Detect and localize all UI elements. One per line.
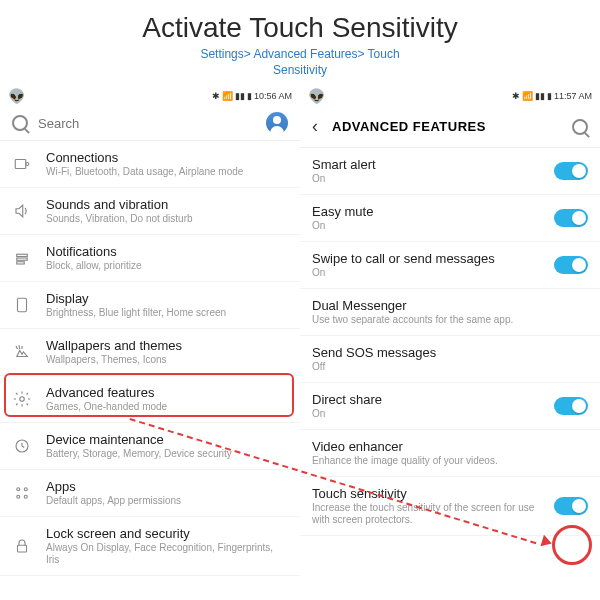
- display-icon: [12, 295, 32, 315]
- signal-icon: ▮▮: [235, 91, 245, 101]
- avatar[interactable]: [266, 112, 288, 134]
- item-connections[interactable]: ConnectionsWi-Fi, Bluetooth, Data usage,…: [0, 141, 300, 188]
- toggle-easy-mute[interactable]: [554, 209, 588, 227]
- item-lock-screen[interactable]: Lock screen and securityAlways On Displa…: [0, 517, 300, 576]
- item-direct-share[interactable]: Direct shareOn: [300, 383, 600, 430]
- item-advanced-features[interactable]: Advanced featuresGames, One-handed mode: [0, 376, 300, 423]
- item-video-enhancer[interactable]: Video enhancerEnhance the image quality …: [300, 430, 600, 477]
- svg-point-1: [26, 163, 29, 166]
- signal-icon: ▮▮: [535, 91, 545, 101]
- item-easy-mute[interactable]: Easy muteOn: [300, 195, 600, 242]
- search-icon[interactable]: [572, 119, 588, 135]
- search-input[interactable]: [38, 116, 256, 131]
- status-bar: 👽 ✱ 📶 ▮▮ ▮ 10:56 AM: [0, 86, 300, 106]
- page-header: Activate Touch Sensitivity Settings> Adv…: [0, 0, 600, 86]
- wallpaper-icon: [12, 342, 32, 362]
- advanced-list: Smart alertOn Easy muteOn Swipe to call …: [300, 148, 600, 536]
- svg-rect-4: [17, 262, 25, 264]
- toggle-direct-share[interactable]: [554, 397, 588, 415]
- advanced-title: ADVANCED FEATURES: [332, 119, 558, 134]
- item-sounds[interactable]: Sounds and vibrationSounds, Vibration, D…: [0, 188, 300, 235]
- sound-icon: [12, 201, 32, 221]
- item-swipe-call[interactable]: Swipe to call or send messagesOn: [300, 242, 600, 289]
- wifi-icon: 📶: [222, 91, 233, 101]
- svg-rect-2: [17, 254, 28, 256]
- lock-icon: [12, 536, 32, 556]
- advanced-icon: [12, 389, 32, 409]
- item-send-sos[interactable]: Send SOS messagesOff: [300, 336, 600, 383]
- item-device-maintenance[interactable]: Device maintenanceBattery, Storage, Memo…: [0, 423, 300, 470]
- item-notifications[interactable]: NotificationsBlock, allow, prioritize: [0, 235, 300, 282]
- connections-icon: [12, 154, 32, 174]
- phone-advanced-features: 👽 ✱ 📶 ▮▮ ▮ 11:57 AM ‹ ADVANCED FEATURES …: [300, 86, 600, 576]
- phone-settings: 👽 ✱ 📶 ▮▮ ▮ 10:56 AM ConnectionsWi-Fi, Bl…: [0, 86, 300, 576]
- bluetooth-icon: ✱: [512, 91, 520, 101]
- svg-rect-12: [18, 545, 27, 552]
- notification-icon: [12, 248, 32, 268]
- battery-icon: ▮: [547, 91, 552, 101]
- item-wallpapers[interactable]: Wallpapers and themesWallpapers, Themes,…: [0, 329, 300, 376]
- search-icon: [12, 115, 28, 131]
- bluetooth-icon: ✱: [212, 91, 220, 101]
- item-smart-alert[interactable]: Smart alertOn: [300, 148, 600, 195]
- svg-rect-5: [18, 298, 27, 312]
- item-display[interactable]: DisplayBrightness, Blue light filter, Ho…: [0, 282, 300, 329]
- svg-point-6: [20, 397, 25, 402]
- wifi-icon: 📶: [522, 91, 533, 101]
- svg-point-10: [17, 495, 20, 498]
- apps-icon: [12, 483, 32, 503]
- reddit-icon: 👽: [8, 88, 25, 104]
- status-time: 10:56 AM: [254, 91, 292, 101]
- settings-list: ConnectionsWi-Fi, Bluetooth, Data usage,…: [0, 141, 300, 576]
- back-icon[interactable]: ‹: [312, 116, 318, 137]
- toggle-touch-sensitivity[interactable]: [554, 497, 588, 515]
- item-dual-messenger[interactable]: Dual MessengerUse two separate accounts …: [300, 289, 600, 336]
- breadcrumb: Settings> Advanced Features> Touch Sensi…: [0, 47, 600, 78]
- search-bar[interactable]: [0, 106, 300, 141]
- advanced-header: ‹ ADVANCED FEATURES: [300, 106, 600, 148]
- svg-rect-3: [17, 258, 28, 260]
- svg-rect-0: [15, 160, 26, 169]
- battery-icon: ▮: [247, 91, 252, 101]
- status-time: 11:57 AM: [554, 91, 592, 101]
- item-touch-sensitivity[interactable]: Touch sensitivityIncrease the touch sens…: [300, 477, 600, 536]
- svg-point-11: [24, 495, 27, 498]
- item-apps[interactable]: AppsDefault apps, App permissions: [0, 470, 300, 517]
- page-title: Activate Touch Sensitivity: [0, 12, 600, 44]
- toggle-smart-alert[interactable]: [554, 162, 588, 180]
- svg-point-9: [24, 488, 27, 491]
- maintenance-icon: [12, 436, 32, 456]
- status-bar: 👽 ✱ 📶 ▮▮ ▮ 11:57 AM: [300, 86, 600, 106]
- svg-point-8: [17, 488, 20, 491]
- toggle-swipe-call[interactable]: [554, 256, 588, 274]
- reddit-icon: 👽: [308, 88, 325, 104]
